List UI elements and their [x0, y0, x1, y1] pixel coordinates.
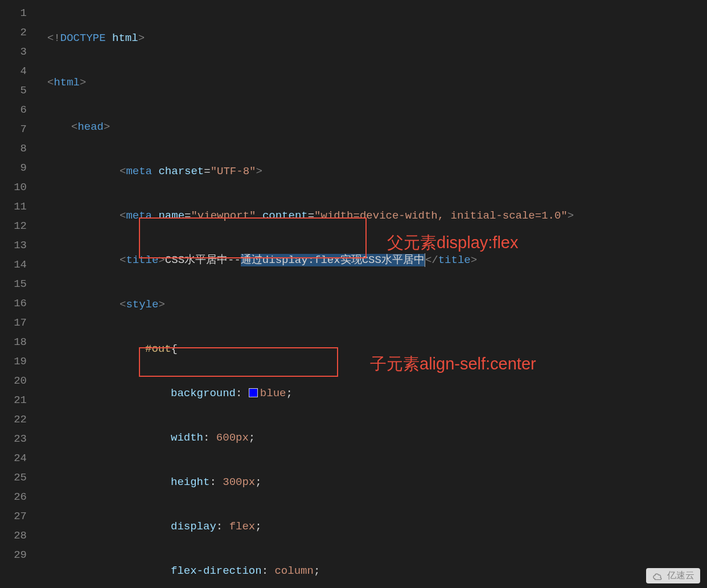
line-number: 6 [0, 100, 27, 120]
line-number: 19 [0, 352, 27, 371]
line-number: 25 [0, 468, 27, 487]
line-number: 20 [0, 371, 27, 390]
line-number: 7 [0, 120, 27, 139]
code-editor: 1 2 3 4 5 6 7 8 9 10 11 12 13 14 15 16 1… [0, 0, 707, 588]
line-number: 5 [0, 81, 27, 100]
line-number: 9 [0, 158, 27, 178]
code-line[interactable]: background: blue; [37, 384, 707, 403]
line-number: 17 [0, 313, 27, 332]
code-line[interactable]: width: 600px; [37, 428, 707, 447]
code-line[interactable]: <title>CSS水平居中--通过display:flex实现CSS水平居中<… [37, 250, 707, 270]
watermark-text: 亿速云 [667, 570, 694, 582]
line-number: 21 [0, 390, 27, 410]
color-swatch-icon[interactable] [249, 388, 258, 397]
annotation-label: 子元素align-self:center [370, 353, 536, 376]
line-number: 28 [0, 526, 27, 545]
code-line[interactable]: <html> [37, 73, 707, 92]
line-number: 22 [0, 410, 27, 429]
line-number: 18 [0, 332, 27, 352]
line-number: 8 [0, 139, 27, 158]
code-line[interactable]: <meta charset="UTF-8"> [37, 162, 707, 181]
code-line[interactable]: <style> [37, 295, 707, 314]
line-number: 27 [0, 507, 27, 526]
code-line[interactable]: <!DOCTYPE html> [37, 28, 707, 48]
line-number: 24 [0, 449, 27, 468]
line-number: 4 [0, 61, 27, 81]
text-selection: 通过display:flex实现CSS水平居中 [241, 254, 425, 266]
line-number: 1 [0, 3, 27, 23]
line-number: 16 [0, 294, 27, 313]
line-number: 2 [0, 23, 27, 42]
code-line[interactable]: <head> [37, 117, 707, 137]
code-line[interactable]: display: flex; [37, 517, 707, 536]
code-line[interactable]: <meta name="viewport" content="width=dev… [37, 206, 707, 225]
line-number: 3 [0, 42, 27, 61]
line-number: 29 [0, 545, 27, 565]
line-number: 11 [0, 197, 27, 216]
line-number: 10 [0, 178, 27, 197]
annotation-label: 父元素display:flex [387, 232, 518, 254]
line-number: 15 [0, 274, 27, 294]
code-line[interactable]: height: 300px; [37, 472, 707, 492]
watermark: 亿速云 [646, 568, 700, 583]
line-number: 23 [0, 429, 27, 449]
code-line[interactable]: flex-direction: column; [37, 561, 707, 581]
line-number: 12 [0, 216, 27, 236]
line-number-gutter: 1 2 3 4 5 6 7 8 9 10 11 12 13 14 15 16 1… [0, 0, 37, 588]
line-number: 13 [0, 236, 27, 255]
code-content[interactable]: <!DOCTYPE html> <html> <head> <meta char… [37, 0, 707, 588]
line-number: 14 [0, 255, 27, 274]
line-number: 26 [0, 487, 27, 507]
cloud-icon [652, 571, 664, 581]
